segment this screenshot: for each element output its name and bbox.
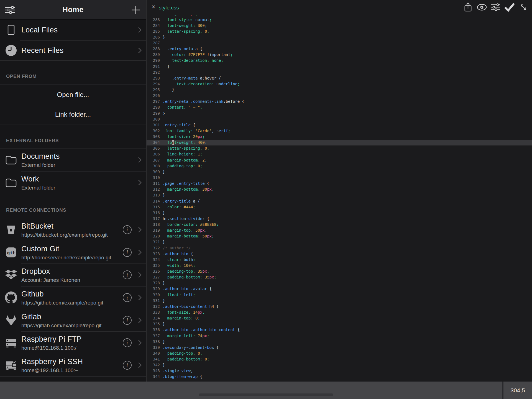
line-number: 312 [147,186,160,192]
sidebar-item-custom-git[interactable]: git Custom Git http://homeserver.net/exa… [0,241,146,264]
plus-icon [131,5,141,15]
code-line: 315 color: #444; [147,204,532,210]
fullscreen-button[interactable] [518,2,529,12]
folder-subtitle: External folder [21,162,121,168]
sidebar-header: Home [0,0,146,20]
chevron-right-icon [138,180,142,186]
line-number: 292 [147,70,160,75]
code-line: 288 .entry-meta a { [147,46,532,52]
info-icon[interactable]: i [123,293,132,302]
done-button[interactable] [504,2,515,12]
sidebar-item-bitbucket[interactable]: BitBucket https://bitbucket.org/example/… [0,218,146,241]
code-line: 314.entry-title a { [147,198,532,204]
code-line: 285 letter-spacing: 0; [147,29,532,34]
eye-icon [477,3,487,11]
line-number: 328 [147,280,160,286]
code-line: 290 text-decoration: none; [147,58,532,63]
sidebar-item-github[interactable]: Github https://github.com/example/repo.g… [0,286,146,309]
connection-subtitle: http://homeserver.net/example/repo.git [21,254,121,260]
page-title: Home [0,0,146,19]
code-line: 332.author-bio-content h4 { [147,304,532,310]
preview-button[interactable] [477,2,487,12]
line-number: 313 [147,192,160,198]
line-number: 322 [147,245,160,251]
close-tab-button[interactable]: × [150,3,157,11]
editor-toolbar [463,2,529,12]
add-button[interactable] [130,4,142,16]
line-number: 309 [147,169,160,175]
code-line: 302 font-family: 'Cardo', serif; [147,128,532,134]
info-icon[interactable]: i [123,225,132,234]
info-icon[interactable]: i [123,316,132,325]
info-icon[interactable]: i [123,361,132,370]
line-number: 305 [147,145,160,151]
sidebar-item-dropbox[interactable]: Dropbox Account: James Kuronen i [0,264,146,286]
line-number: 316 [147,210,160,216]
connection-title: Dropbox [21,267,121,276]
code-line: 309} [147,169,532,175]
share-button[interactable] [463,2,473,12]
info-icon[interactable]: i [123,270,132,279]
code-line: 300 [147,116,532,122]
chevron-right-icon [138,27,142,33]
home-indicator[interactable] [199,393,333,396]
code-line: 282 margin: 20px; [147,15,532,17]
code-line: 296 [147,93,532,99]
line-number: 301 [147,122,160,128]
divider [0,124,146,124]
link-folder-button[interactable]: Link folder... [0,105,146,124]
chevron-right-icon [138,227,142,233]
folder-title: Work [21,175,121,183]
line-number: 307 [147,157,160,163]
code-lines[interactable]: 282 margin: 20px;283 font-style: normal;… [147,15,532,382]
tab-filename[interactable]: style.css [159,5,179,11]
info-icon[interactable]: i [123,338,132,347]
sidebar-item-documents[interactable]: Documents External folder [0,149,146,171]
sidebar-item-recent-files[interactable]: Recent Files [0,40,146,60]
line-number: 341 [147,356,160,362]
chevron-right-icon [138,272,142,278]
sidebar: Home Local Files [0,0,146,399]
editor-settings-button[interactable] [490,2,501,12]
sidebar-item-raspberry-pi-ftp[interactable]: Raspberry Pi FTP home@192.168.1.100:/ i [0,331,146,354]
connection-title: Github [21,290,121,298]
chevron-right-icon [138,47,142,53]
sidebar-item-work[interactable]: Work External folder [0,171,146,194]
line-number: 283 [147,17,160,23]
document-icon [4,19,18,40]
code-line: 336.author-bio .author-bio-content { [147,327,532,333]
cursor-position-indicator[interactable]: 304,5 [502,382,532,399]
line-number: 302 [147,128,160,134]
line-number: 287 [147,40,160,46]
code-line: 338} [147,339,532,345]
section-header-external-folders: EXTERNAL FOLDERS [6,138,59,144]
sidebar-item-raspberry-pi-ssh[interactable]: Raspberry Pi SSH home@192.168.1.100:~ i [0,354,146,376]
sidebar-item-local-files[interactable]: Local Files [0,19,146,40]
chevron-right-icon [138,340,142,346]
code-line: 341 padding-bottom: 0; [147,356,532,362]
chevron-right-icon [138,295,142,301]
line-number: 299 [147,111,160,116]
line-number: 330 [147,292,160,298]
code-line: 329.author-bio .avatar { [147,286,532,292]
code-editor[interactable]: × style.css [146,0,532,382]
line-number: 289 [147,52,160,58]
line-number: 323 [147,251,160,257]
code-line: 293 .entry-meta a:hover { [147,75,532,81]
sidebar-item-label: Local Files [21,25,121,34]
info-icon[interactable]: i [123,248,132,257]
check-icon [505,3,515,12]
line-number: 338 [147,339,160,345]
connection-subtitle: home@192.168.1.100:/ [21,344,121,351]
code-line: 340 padding-top: 0; [147,351,532,356]
section-header-open-from: OPEN FROM [6,74,37,79]
code-line: 294 text-decoration: underline; [147,81,532,87]
line-number: 327 [147,274,160,280]
sidebar-item-gitlab[interactable]: Gitlab https://gitlab.com/example/repo.g… [0,309,146,331]
code-line: 317hr.section-divider { [147,216,532,222]
code-line: 283 font-style: normal; [147,17,532,23]
filter-settings-button[interactable] [4,4,16,16]
code-line: 321} [147,239,532,245]
open-file-button[interactable]: Open file... [0,85,146,105]
line-number: 304 [147,140,160,145]
